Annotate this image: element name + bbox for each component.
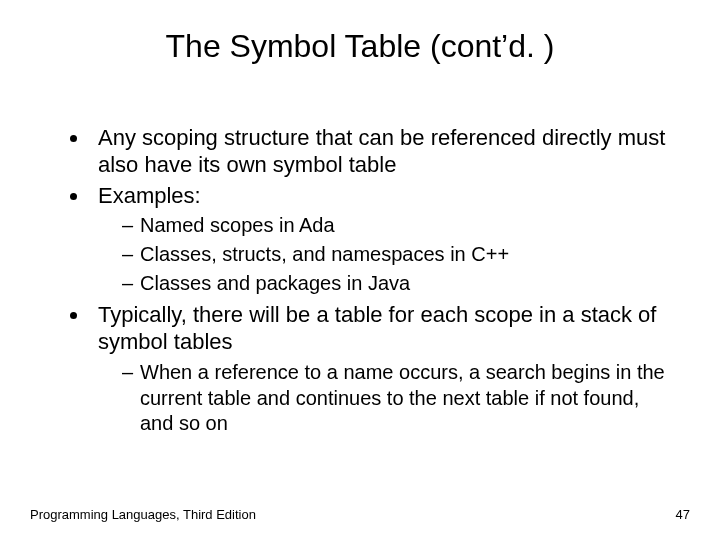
slide-content: Any scoping structure that can be refere…: [68, 125, 670, 443]
sub-bullet-item: Named scopes in Ada: [122, 213, 670, 239]
sub-bullet-text: Named scopes in Ada: [140, 214, 335, 236]
footer-source: Programming Languages, Third Edition: [30, 507, 256, 522]
sub-bullet-text: When a reference to a name occurs, a sea…: [140, 361, 665, 434]
sub-bullet-item: Classes, structs, and namespaces in C++: [122, 242, 670, 268]
bullet-item: Typically, there will be a table for eac…: [90, 302, 670, 436]
bullet-item: Any scoping structure that can be refere…: [90, 125, 670, 179]
slide: The Symbol Table (cont’d. ) Any scoping …: [0, 0, 720, 540]
bullet-item: Examples: Named scopes in Ada Classes, s…: [90, 183, 670, 297]
sub-bullet-text: Classes, structs, and namespaces in C++: [140, 243, 509, 265]
sub-bullet-item: When a reference to a name occurs, a sea…: [122, 360, 670, 437]
sub-bullet-item: Classes and packages in Java: [122, 271, 670, 297]
sub-bullet-list: When a reference to a name occurs, a sea…: [98, 360, 670, 437]
bullet-text: Examples:: [98, 183, 201, 208]
bullet-list: Any scoping structure that can be refere…: [68, 125, 670, 437]
bullet-text: Any scoping structure that can be refere…: [98, 125, 665, 177]
bullet-text: Typically, there will be a table for eac…: [98, 302, 656, 354]
slide-title: The Symbol Table (cont’d. ): [0, 28, 720, 65]
page-number: 47: [676, 507, 690, 522]
sub-bullet-text: Classes and packages in Java: [140, 272, 410, 294]
sub-bullet-list: Named scopes in Ada Classes, structs, an…: [98, 213, 670, 296]
